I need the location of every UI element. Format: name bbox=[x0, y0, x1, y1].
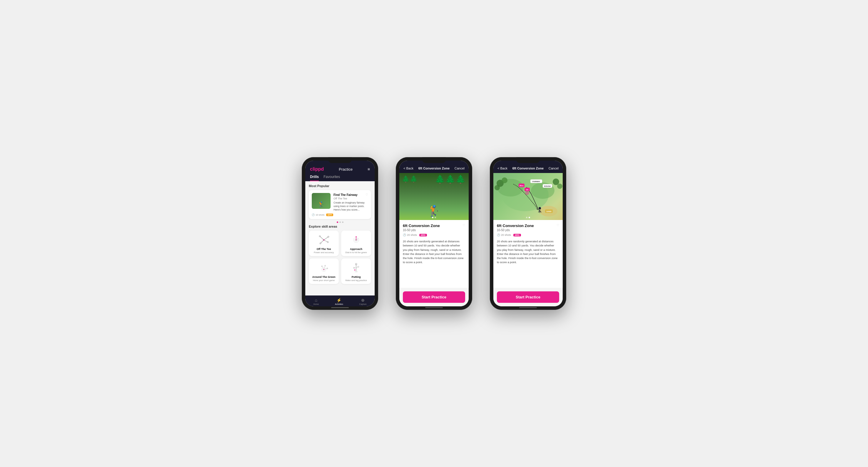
cancel-button-3[interactable]: Cancel bbox=[549, 167, 559, 170]
home-icon: ⌂ bbox=[315, 298, 317, 302]
page-title: Practice bbox=[339, 167, 352, 171]
explore-skills-title: Explore skill areas bbox=[309, 225, 371, 228]
drill-header-title: 6ft Conversion Zone bbox=[418, 167, 450, 170]
golfer-icon: 🏌️ bbox=[318, 201, 324, 208]
featured-drill-image: 🏌️ bbox=[312, 193, 331, 209]
drill-meta-row: 🕐 20 shots ARG bbox=[403, 234, 465, 236]
atg-desc: Hone your short game bbox=[313, 279, 335, 282]
nav-home-label: Home bbox=[313, 303, 319, 305]
nav-home[interactable]: ⌂ Home bbox=[313, 298, 319, 305]
trees-left-icon: 🌲🌲 bbox=[402, 175, 417, 183]
svg-point-41 bbox=[553, 178, 559, 185]
skill-grid: Off The Tee Power and accuracy bbox=[309, 231, 371, 284]
skill-card-atg[interactable]: Around The Green Hone your short game bbox=[309, 259, 339, 284]
putting-name: Putting bbox=[352, 275, 361, 278]
start-practice-button-3[interactable]: Start Practice bbox=[497, 291, 559, 303]
most-popular-title: Most Popular bbox=[309, 184, 371, 188]
phone2-body: 6ft Conversion Zone 10-50 yds ♡ 🕐 20 sho… bbox=[399, 220, 469, 306]
drill-meta: 🕐 10 shots OTT bbox=[312, 213, 368, 216]
ott-name: Off The Tee bbox=[317, 247, 331, 251]
phone-3-screen: < Back 6ft Conversion Zone Cancel bbox=[493, 161, 563, 306]
drill-header-row-3: 6ft Conversion Zone 10-50 yds ♡ bbox=[497, 224, 559, 232]
favourite-icon[interactable]: ♡ bbox=[366, 193, 368, 196]
drill-meta-row-3: 🕐 20 shots ARG bbox=[497, 234, 559, 236]
nav-capture[interactable]: ⊕ Capture bbox=[360, 298, 367, 305]
nav-activities-label: Activities bbox=[335, 303, 343, 305]
tab-favourites[interactable]: Favourites bbox=[323, 175, 340, 181]
tab-drills[interactable]: Drills bbox=[310, 175, 319, 181]
phone-1: clippd Practice ≡ Drills Favourites Most… bbox=[302, 157, 378, 310]
phones-container: clippd Practice ≡ Drills Favourites Most… bbox=[302, 157, 566, 310]
back-button[interactable]: < Back bbox=[403, 167, 413, 170]
svg-point-39 bbox=[502, 177, 507, 183]
drill-description-text-3: 20 shots are randomly generated at dista… bbox=[497, 239, 559, 265]
nav-activities[interactable]: ⚡ Activities bbox=[335, 298, 343, 305]
drill-title: Find The Fairway bbox=[334, 193, 358, 197]
svg-point-55 bbox=[538, 207, 541, 209]
featured-drill-card[interactable]: 🏌️ Find The Fairway Off The Tee ♡ Create… bbox=[309, 190, 371, 219]
featured-drill-content: Find The Fairway Off The Tee ♡ Create an… bbox=[334, 193, 368, 212]
drill-distance-3: 10-50 yds bbox=[497, 229, 534, 232]
app-logo: clippd bbox=[310, 167, 324, 172]
drill-shots: 🕐 20 shots bbox=[403, 234, 417, 236]
menu-icon[interactable]: ≡ bbox=[368, 167, 370, 171]
drill-name: 6ft Conversion Zone bbox=[403, 224, 440, 228]
ott-desc: Power and accuracy bbox=[314, 251, 334, 254]
tabs-bar: Drills Favourites bbox=[305, 175, 375, 181]
drill-name-3: 6ft Conversion Zone bbox=[497, 224, 534, 228]
img-dot-3-2 bbox=[529, 217, 530, 218]
image-carousel-dots bbox=[432, 217, 436, 218]
back-button-3[interactable]: < Back bbox=[497, 167, 507, 170]
skill-card-ott[interactable]: Off The Tee Power and accuracy bbox=[309, 231, 339, 256]
shots-label: 🕐 10 shots bbox=[312, 213, 324, 216]
clock-icon-2: 🕐 bbox=[403, 234, 406, 236]
clock-icon: 🕐 bbox=[312, 213, 315, 216]
activities-icon: ⚡ bbox=[336, 298, 341, 302]
capture-icon: ⊕ bbox=[361, 298, 365, 302]
drill-map-view: FAIRWAY ROUGH SAND Miss Hit bbox=[493, 173, 563, 220]
bottom-nav: ⌂ Home ⚡ Activities ⊕ Capture bbox=[305, 296, 375, 306]
svg-text:ROUGH: ROUGH bbox=[544, 185, 551, 187]
svg-point-40 bbox=[495, 185, 500, 190]
approach-desc: Dial-in to hit the green bbox=[345, 251, 367, 254]
clock-icon-3: 🕐 bbox=[497, 234, 500, 236]
svg-point-5 bbox=[319, 236, 320, 237]
cancel-button[interactable]: Cancel bbox=[455, 167, 465, 170]
drill-hero-photo: 🌲🌲 🌲🌲🌲 🏌️ bbox=[399, 173, 469, 220]
drill-favourite-icon[interactable]: ♡ bbox=[463, 224, 465, 227]
svg-point-15 bbox=[355, 236, 357, 237]
golfer-photo-icon: 🏌️ bbox=[428, 205, 441, 217]
ott-icon bbox=[316, 234, 331, 246]
drill-distance: 10-50 yds bbox=[403, 229, 440, 232]
svg-text:Miss: Miss bbox=[520, 185, 524, 187]
drill-content-3: 6ft Conversion Zone 10-50 yds ♡ 🕐 20 sho… bbox=[493, 220, 563, 288]
drill-shots-3: 🕐 20 shots bbox=[497, 234, 511, 236]
svg-text:FAIRWAY: FAIRWAY bbox=[532, 180, 540, 182]
start-practice-button-2[interactable]: Start Practice bbox=[403, 291, 465, 303]
svg-point-42 bbox=[557, 184, 562, 189]
nav-capture-label: Capture bbox=[360, 303, 367, 305]
drill-description-text: 20 shots are randomly generated at dista… bbox=[403, 239, 465, 265]
drill-content: 6ft Conversion Zone 10-50 yds ♡ 🕐 20 sho… bbox=[399, 220, 469, 288]
atg-icon bbox=[316, 261, 331, 274]
img-dot-2 bbox=[435, 217, 436, 218]
atg-name: Around The Green bbox=[312, 275, 335, 278]
skill-card-approach[interactable]: Approach Dial-in to hit the green bbox=[341, 231, 371, 256]
drill-header-title-3: 6ft Conversion Zone bbox=[513, 167, 544, 170]
svg-point-6 bbox=[328, 236, 329, 237]
dot-3 bbox=[342, 222, 343, 223]
phone-2-screen: < Back 6ft Conversion Zone Cancel 🌲🌲 🌲🌲🌲… bbox=[399, 161, 469, 306]
svg-point-31 bbox=[354, 269, 355, 270]
carousel-dots bbox=[309, 222, 371, 223]
svg-point-54 bbox=[527, 192, 528, 194]
putting-icon bbox=[349, 261, 364, 274]
drill-tag-arg: ARG bbox=[419, 234, 427, 236]
svg-text:Hit: Hit bbox=[526, 189, 528, 191]
phone-2: < Back 6ft Conversion Zone Cancel 🌲🌲 🌲🌲🌲… bbox=[396, 157, 472, 310]
putting-desc: Make and lag practice bbox=[345, 279, 367, 282]
img-dot-1 bbox=[432, 217, 433, 218]
drill-tag-ott: OTT bbox=[326, 213, 333, 216]
skill-card-putting[interactable]: Putting Make and lag practice bbox=[341, 259, 371, 284]
drill-favourite-icon-3[interactable]: ♡ bbox=[557, 224, 559, 227]
trees-right-icon: 🌲🌲🌲 bbox=[435, 174, 466, 184]
